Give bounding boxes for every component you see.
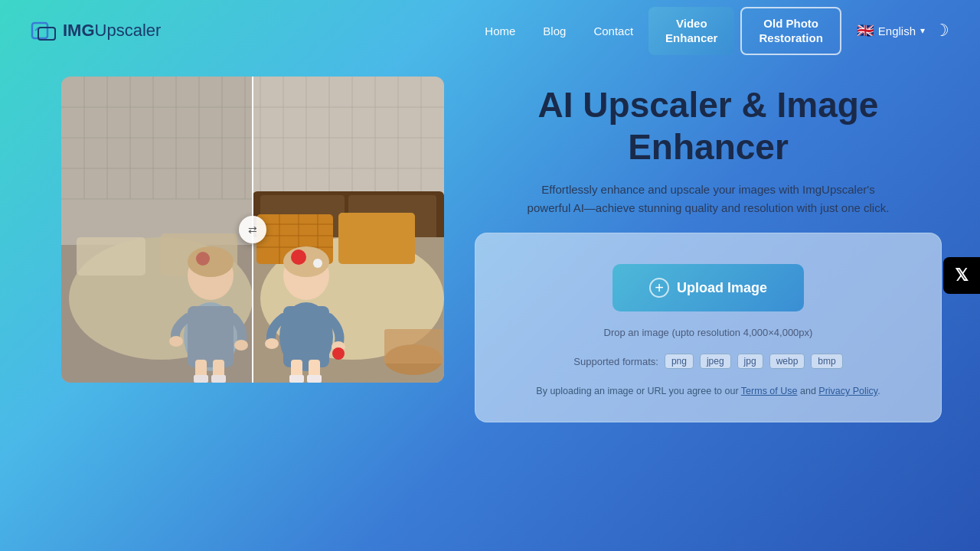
hero-title: AI Upscaler & Image Enhancer	[475, 84, 942, 168]
chevron-down-icon: ▾	[920, 25, 925, 36]
svg-point-70	[332, 347, 345, 360]
main-content: ⇄ AI Upscaler & Image Enhancer Effortles…	[0, 61, 980, 422]
image-comparison-widget[interactable]: ⇄	[61, 77, 444, 383]
format-webp: webp	[769, 354, 805, 369]
upload-area[interactable]: + Upload Image Drop an image (upto resol…	[475, 233, 942, 422]
nav-home[interactable]: Home	[485, 24, 515, 37]
language-selector[interactable]: 🇬🇧 English ▾	[857, 22, 925, 39]
nav-right: 🇬🇧 English ▾ ☽	[857, 21, 949, 41]
svg-point-31	[234, 340, 248, 350]
format-jpg: jpg	[737, 354, 763, 369]
swap-icon: ⇄	[248, 223, 257, 236]
nav-button-group: Video Enhancer Old Photo Restoration	[648, 7, 841, 55]
logo-text: IMGUpscaler	[63, 21, 161, 41]
svg-rect-28	[211, 375, 226, 383]
language-label: English	[878, 24, 916, 37]
nav-contact[interactable]: Contact	[593, 24, 633, 37]
right-panel: AI Upscaler & Image Enhancer Effortlessl…	[475, 77, 942, 422]
upload-button-label: Upload Image	[677, 280, 767, 296]
format-bmp: bmp	[811, 354, 842, 369]
svg-rect-24	[188, 306, 234, 367]
svg-rect-0	[32, 23, 47, 38]
format-png: png	[665, 354, 694, 369]
old-photo-restoration-button[interactable]: Old Photo Restoration	[740, 7, 841, 55]
nav-blog[interactable]: Blog	[543, 24, 566, 37]
dark-mode-toggle[interactable]: ☽	[934, 21, 949, 41]
hero-subtitle: Effortlessly enhance and upscale your im…	[475, 181, 942, 217]
svg-rect-64	[289, 375, 304, 383]
logo[interactable]: IMGUpscaler	[31, 17, 161, 44]
svg-rect-51	[338, 213, 415, 264]
svg-point-67	[313, 259, 322, 268]
svg-point-68	[265, 338, 279, 349]
privacy-link[interactable]: Privacy Policy	[818, 386, 877, 396]
svg-point-30	[169, 336, 183, 347]
svg-rect-27	[194, 375, 208, 383]
video-enhancer-button[interactable]: Video Enhancer	[648, 7, 734, 55]
twitter-icon: 𝕏	[955, 266, 969, 285]
svg-rect-65	[307, 375, 322, 383]
nav-links: Home Blog Contact	[485, 24, 633, 37]
svg-point-29	[196, 252, 210, 266]
svg-rect-61	[283, 306, 329, 367]
flag-icon: 🇬🇧	[857, 22, 874, 39]
formats-label: Supported formats:	[573, 356, 658, 367]
plus-icon: +	[649, 278, 669, 298]
twitter-button[interactable]: 𝕏	[943, 257, 980, 294]
terms-link[interactable]: Terms of Use	[741, 386, 798, 396]
svg-rect-19	[77, 237, 145, 276]
svg-point-60	[283, 246, 329, 277]
drop-info-text: Drop an image (upto resolution 4,000×4,0…	[604, 327, 813, 338]
logo-icon	[31, 17, 58, 44]
terms-text: By uploading an image or URL you agree t…	[536, 384, 880, 399]
svg-point-23	[188, 246, 234, 277]
svg-rect-72	[384, 329, 443, 364]
navbar: IMGUpscaler Home Blog Contact Video Enha…	[0, 0, 980, 61]
svg-point-66	[291, 249, 306, 265]
format-jpeg: jpeg	[700, 354, 731, 369]
upload-button[interactable]: + Upload Image	[612, 264, 804, 311]
formats-row: Supported formats: png jpeg jpg webp bmp	[573, 354, 842, 369]
comparison-divider-handle[interactable]: ⇄	[239, 216, 266, 243]
